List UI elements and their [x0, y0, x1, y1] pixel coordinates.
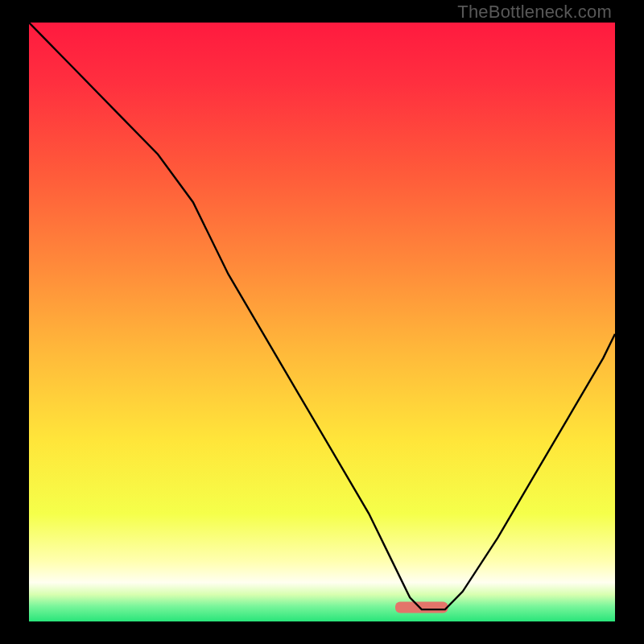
chart-frame: TheBottleneck.com — [0, 0, 644, 644]
watermark-label: TheBottleneck.com — [457, 2, 612, 23]
optimum-marker — [395, 601, 448, 613]
bottleneck-chart — [29, 23, 615, 621]
